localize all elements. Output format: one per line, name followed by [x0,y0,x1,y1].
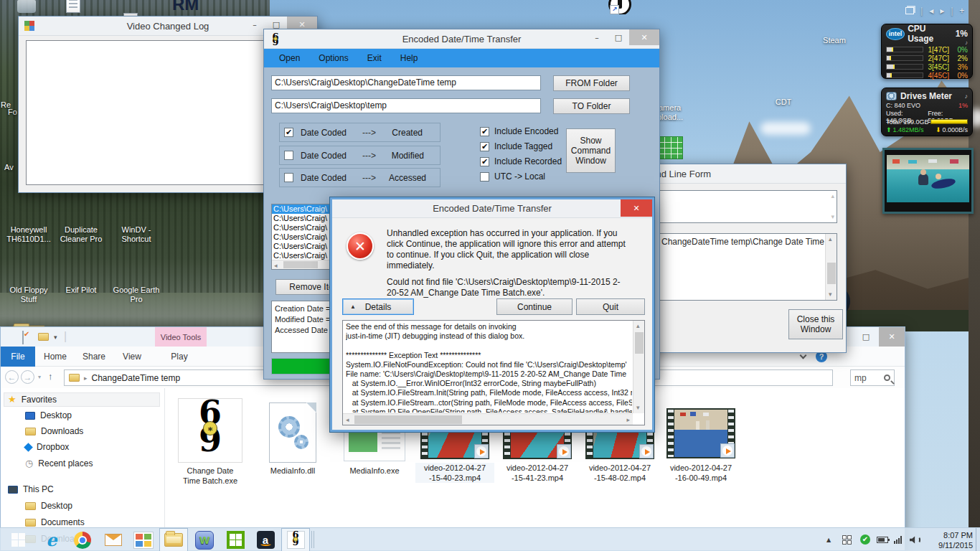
from-folder-button[interactable]: FROM Folder [553,75,630,91]
scroll-thumb[interactable] [827,263,836,284]
show-hidden-icons[interactable]: ▲ [826,537,831,543]
forward-icon[interactable]: → [21,370,34,384]
qat-new-folder-icon[interactable] [38,333,49,341]
file-icon-change-date-time-batch[interactable]: 6 9 ∗ [178,398,242,463]
date-coded-created-checkbox[interactable]: ✔ [284,128,293,137]
vertical-scrollbar[interactable]: ▴ ▾ [633,321,644,413]
menu-open[interactable]: Open [270,53,309,63]
file-label[interactable]: MediaInfo.exe [335,466,414,476]
desktop-icon-label[interactable]: Exif Pilot [55,286,108,295]
taskbar-change-date-time-app[interactable]: 6 9 [281,528,310,551]
drives-meter-gadget[interactable]: Drives Meter ♪ C: 840 EVO 1% Used: 148.3… [881,88,973,136]
scroll-right-icon[interactable]: ▸ [626,417,630,423]
video-tools-contextual-tab[interactable]: Video Tools [155,327,207,347]
main-titlebar[interactable]: 6 9 Encoded Date/Time Transfer – □ ✕ [264,29,659,49]
network-icon[interactable] [894,536,902,544]
horizontal-scrollbar[interactable]: ◂ ▸ [343,413,633,425]
scroll-down-icon[interactable]: ▾ [831,214,834,220]
taskbar-mail[interactable] [99,528,128,551]
green-sheet-icon[interactable] [657,136,683,159]
weightlifter-app-icon[interactable]: ↗ [608,0,633,14]
show-command-window-button[interactable]: Show Command Window [566,128,616,173]
gadget-toolbar[interactable]: | ◂ ▸ | + [905,6,964,16]
include-encoded-checkbox[interactable]: ✔ [480,127,489,136]
desktop-icon-label[interactable]: Google Earth Pro [110,286,163,304]
file-label[interactable]: video-2012-04-27-15-40-23.mp4 [415,463,494,483]
battery-icon[interactable] [877,537,888,543]
document-icon[interactable] [66,0,80,13]
date-coded-modified-checkbox[interactable] [284,151,293,160]
desktop-icon-label[interactable]: Honeywell TH6110D1... [2,225,55,244]
scroll-thumb[interactable] [635,332,644,354]
error-dialog[interactable]: Encoded Date/Time Transfer ✕ ✕ Unhandled… [330,197,654,432]
search-box[interactable]: mp [850,369,895,386]
taskbar-windv[interactable]: W [190,528,219,551]
explorer-maximize-button[interactable]: □ [853,327,879,347]
file-label[interactable]: Change DateTime Batch.exe [171,466,250,486]
desktop-icon-label[interactable]: WinDV - Shortcut [110,225,163,244]
continue-button[interactable]: Continue [496,298,573,315]
menu-exit[interactable]: Exit [358,53,391,63]
details-box[interactable]: See the end of this message for details … [342,320,645,425]
date-coded-accessed-checkbox[interactable] [284,173,293,182]
main-close-button[interactable]: ✕ [629,29,659,45]
minimize-button[interactable]: – [244,17,265,32]
sidebar-item-desktop[interactable]: Desktop [25,410,72,420]
desktop-icon-label[interactable]: CDT [758,98,809,107]
qat-customize-icon[interactable]: ▾ [54,334,57,341]
show-desktop-button[interactable] [976,528,980,551]
qat-properties-icon[interactable]: ✔ [22,331,24,344]
menu-help[interactable]: Help [391,53,428,63]
error-dialog-close-button[interactable]: ✕ [621,199,652,217]
file-label[interactable]: video-2012-04-27-15-41-23.mp4 [498,463,577,483]
from-path-input[interactable]: C:\Users\Craig\Desktop\ChangeDateTime te… [271,75,541,90]
tab-home[interactable]: Home [35,347,75,367]
taskbar-amazon[interactable]: a [251,528,280,551]
volume-icon[interactable] [910,536,920,544]
scroll-down-icon[interactable]: ▾ [829,291,832,298]
desktop-icon-label[interactable]: Steam [809,36,859,45]
file-icon-video-4[interactable] [666,408,735,458]
close-this-window-button[interactable]: Close this Window [788,309,843,339]
include-recorded-checkbox[interactable]: ✔ [480,157,489,166]
next-icon[interactable]: ▸ [940,6,944,16]
tab-file[interactable]: File [1,347,35,367]
recent-locations-icon[interactable]: ▾ [38,374,41,380]
file-label[interactable]: video-2012-04-27-16-00-49.mp4 [661,463,740,483]
taskbar-photo-gallery[interactable] [129,528,158,551]
taskbar-explorer[interactable] [159,528,188,551]
tab-share[interactable]: Share [75,347,113,367]
action-center-flag-icon[interactable] [842,535,852,545]
main-maximize-button[interactable]: □ [608,29,629,45]
sidebar-item-pc-desktop[interactable]: Desktop [25,501,72,511]
breadcrumb[interactable]: ChangeDateTime temp [92,373,181,383]
to-folder-button[interactable]: TO Folder [553,98,630,114]
sidebar-item-recent-places[interactable]: ◷Recent places [25,458,93,468]
desktop-icon-label[interactable]: amera [659,103,702,113]
scroll-up-icon[interactable]: ▴ [831,193,834,199]
rm-app-icon[interactable]: RM [172,0,205,14]
start-button[interactable] [0,528,36,551]
sidebar-this-pc[interactable]: This PC [8,484,54,494]
scroll-down-icon[interactable]: ▾ [636,405,640,411]
scroll-up-icon[interactable]: ▴ [829,236,832,242]
desktop-icon-label[interactable]: Duplicate Cleaner Pro [55,225,108,244]
prev-icon[interactable]: ◂ [929,6,933,16]
quit-button[interactable]: Quit [576,298,645,315]
file-label[interactable]: video-2012-04-27-15-48-02.mp4 [580,463,659,483]
sidebar-item-downloads[interactable]: Downloads [25,426,83,436]
main-minimize-button[interactable]: – [586,29,608,45]
desktop-icon-label[interactable]: pload... [657,113,700,122]
file-label[interactable]: MediaInfo.dll [253,466,332,476]
desktop-icon-label[interactable]: Old Floppy Stuff [2,286,55,304]
include-tagged-checkbox[interactable]: ✔ [480,142,489,151]
update-check-icon[interactable]: ✔ [860,534,870,545]
error-dialog-titlebar[interactable]: Encoded Date/Time Transfer ✕ [332,199,652,218]
file-icon-mediainfo-dll[interactable] [269,402,316,463]
ribbon-collapse-icon[interactable] [800,352,807,359]
scroll-thumb[interactable] [354,415,462,424]
to-path-input[interactable]: C:\Users\Craig\Desktop\temp [271,98,541,113]
search-icon[interactable] [884,375,890,381]
tab-play[interactable]: Play [160,347,199,367]
tab-view[interactable]: View [114,347,150,367]
